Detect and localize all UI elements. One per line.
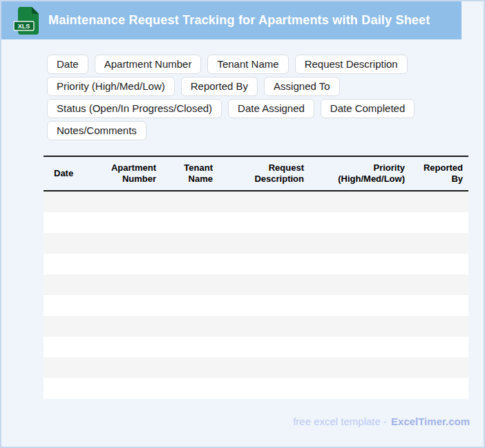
template-preview-page: XLS Maintenance Request Tracking for Apa… [0,0,485,448]
table-row [44,295,468,316]
table-row [44,233,468,254]
column-chip[interactable]: Date Assigned [228,99,314,118]
tracking-table: DateApartment NumberTenant NameRequest D… [44,156,468,399]
column-header: Reported By [410,162,468,185]
column-header: Date [44,168,97,179]
column-chip[interactable]: Date [47,55,88,74]
column-chip[interactable]: Apartment Number [95,55,202,74]
footer-brand-link[interactable]: ExcelTimer.com [391,416,470,427]
chip-row: Status (Open/In Progress/Closed)Date Ass… [47,99,484,121]
column-chip[interactable]: Reported By [181,77,258,96]
table-row [44,212,468,233]
column-chip[interactable]: Notes/Comments [47,121,146,140]
table-row [44,378,468,399]
footer-tagline: free excel template - [293,416,387,427]
column-chip-list: DateApartment NumberTenant NameRequest D… [1,39,484,143]
column-header: Priority (High/Med/Low) [310,162,410,185]
column-chip[interactable]: Request Description [295,55,408,74]
table-row [44,316,468,337]
column-header: Tenant Name [162,162,218,185]
column-chip[interactable]: Date Completed [321,99,415,118]
chip-row: DateApartment NumberTenant NameRequest D… [47,55,484,77]
table-row [44,192,468,212]
table-body [44,192,468,399]
table-header-row: DateApartment NumberTenant NameRequest D… [44,156,468,192]
table-row [44,357,468,378]
header-banner: XLS Maintenance Request Tracking for Apa… [1,1,462,39]
table-row [44,254,468,274]
page-title: Maintenance Request Tracking for Apartme… [48,13,430,28]
footer: free excel template -ExcelTimer.com [1,416,484,427]
table-row [44,274,468,295]
column-chip[interactable]: Tenant Name [207,55,288,74]
table-row [44,337,468,357]
column-chip[interactable]: Assigned To [264,77,339,96]
svg-text:XLS: XLS [18,23,30,30]
column-chip[interactable]: Status (Open/In Progress/Closed) [47,99,222,118]
column-header: Apartment Number [97,162,162,185]
chip-row: Priority (High/Med/Low)Reported ByAssign… [47,77,484,99]
column-chip[interactable]: Priority (High/Med/Low) [47,77,175,96]
column-header: Request Description [218,162,310,185]
chip-row: Notes/Comments [47,121,484,143]
xls-file-icon: XLS [12,6,40,36]
